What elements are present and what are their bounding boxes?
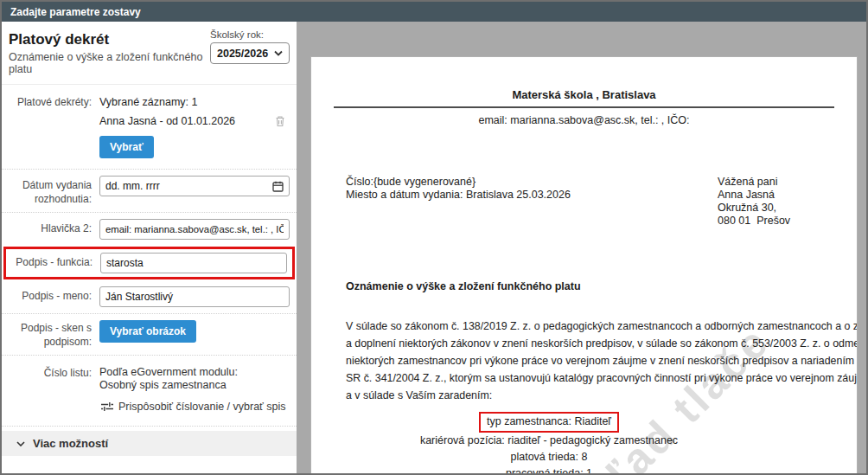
document-body-paragraph: V súlade so zákonom č. 138/2019 Z. z. o … <box>346 318 834 404</box>
select-image-button[interactable]: Vybrať obrázok <box>99 320 196 343</box>
customize-numbering-label: Prispôsobiť číslovanie / vybrať spis <box>118 401 285 413</box>
panel-header: Platový dekrét Oznámenie o výške a zlože… <box>2 22 297 85</box>
school-year-value: 2025/2026 <box>217 48 268 60</box>
work-grade-line: pracovná trieda: 1 <box>346 465 752 473</box>
field-hlavicka2: Hlavička 2: <box>2 212 297 246</box>
hlavicka2-label: Hlavička 2: <box>9 219 92 236</box>
datum-vydania-label: Dátum vydania rozhodnutia: <box>9 176 92 206</box>
dialog-body: Platový dekrét Oznámenie o výške a zlože… <box>2 22 866 473</box>
field-podpis-sken: Podpis - sken s podpisom: Vybrať obrázok <box>2 313 297 355</box>
field-podpis-meno: Podpis - meno: <box>2 280 297 313</box>
more-options-toggle[interactable]: Viac možností <box>2 431 297 456</box>
more-options-label: Viac možností <box>33 437 108 450</box>
document-content: Materská škola , Bratislava email: maria… <box>311 57 857 473</box>
chevron-down-icon <box>274 50 283 56</box>
dialog-actions: Vygenerovať a zaevidovať dokumenty Zruši… <box>2 456 297 475</box>
cislo-listu-label: Číslo listu: <box>9 363 92 381</box>
platove-dekrety-label: Platové dekréty: <box>9 93 92 110</box>
select-decrees-button[interactable]: Vybrať <box>99 136 154 158</box>
selected-record-row: Anna Jasná - od 01.01.2026 <box>99 115 290 127</box>
addressee-block: Vážená pani Anna Jasná Okružná 30, 080 0… <box>718 176 834 228</box>
date-input-value: dd. mm. rrrr <box>105 180 160 192</box>
pay-grade-line: platová trieda: 8 <box>346 449 752 465</box>
datum-vydania-control: dd. mm. rrrr <box>99 176 290 196</box>
date-input[interactable]: dd. mm. rrrr <box>99 176 290 196</box>
field-platove-dekrety: Platové dekréty: Vybrané záznamy: 1 Anna… <box>2 85 297 169</box>
document-info-row: Číslo:{bude vygenerované} Miesto a dátum… <box>334 176 834 228</box>
podpis-sken-label: Podpis - sken s podpisom: <box>9 320 92 349</box>
egov-module-text: Podľa eGovernment modulu: Osobný spis za… <box>99 363 290 392</box>
parameters-panel: Platový dekrét Oznámenie o výške a zlože… <box>2 22 297 473</box>
school-year-block: Školský rok: 2025/2026 <box>210 29 290 64</box>
cislo-listu-control: Podľa eGovernment modulu: Osobný spis za… <box>99 363 290 413</box>
employee-summary-block: typ zamestnanca: Riaditeľ kariérová pozí… <box>346 412 752 473</box>
field-cislo-listu: Číslo listu: Podľa eGovernment modulu: O… <box>2 355 297 427</box>
school-year-select[interactable]: 2025/2026 <box>210 42 290 64</box>
podpis-funkcia-label: Podpis - funkcia: <box>11 253 93 270</box>
field-datum-vydania: Dátum vydania rozhodnutia: dd. mm. rrrr <box>2 169 297 212</box>
number-and-date-block: Číslo:{bude vygenerované} Miesto a dátum… <box>346 176 571 228</box>
sliders-icon <box>101 401 113 412</box>
career-position-line: kariérová pozícia: riaditeľ - pedagogick… <box>346 433 752 449</box>
panel-heading-block: Platový dekrét Oznámenie o výške a zlože… <box>9 31 210 75</box>
podpis-funkcia-input[interactable] <box>100 253 287 273</box>
hlavicka2-input[interactable] <box>99 219 290 240</box>
podpis-meno-label: Podpis - meno: <box>9 286 92 304</box>
report-parameters-dialog: Zadajte parametre zostavy Platový dekrét… <box>0 0 868 475</box>
calendar-icon[interactable] <box>272 181 284 192</box>
trash-icon[interactable] <box>275 115 285 127</box>
organization-contact: email: marianna.sabova@asc.sk, tel.: , I… <box>334 108 834 126</box>
platove-dekrety-control: Vybrané záznamy: 1 Anna Jasná - od 01.01… <box>99 93 290 158</box>
selected-record-text: Anna Jasná - od 01.01.2026 <box>99 115 235 127</box>
podpis-meno-control <box>99 286 290 307</box>
document-preview-pane: Náhľad tlače Materská škola , Bratislava… <box>297 22 866 473</box>
panel-subtitle: Oznámenie o výške a zložení funkčného pl… <box>9 51 210 75</box>
podpis-meno-input[interactable] <box>99 286 290 307</box>
chevron-down-icon <box>16 441 25 446</box>
document-title: Oznámenie o výške a zložení funkčného pl… <box>346 280 834 292</box>
dialog-titlebar: Zadajte parametre zostavy <box>2 2 866 22</box>
parameters-form: Platové dekréty: Vybrané záznamy: 1 Anna… <box>2 85 297 427</box>
document-page: Náhľad tlače Materská škola , Bratislava… <box>310 56 858 473</box>
school-year-label: Školský rok: <box>210 29 290 40</box>
panel-title: Platový dekrét <box>9 31 210 48</box>
podpis-funkcia-control <box>100 253 287 273</box>
customize-numbering-link[interactable]: Prispôsobiť číslovanie / vybrať spis <box>101 401 290 413</box>
podpis-sken-control: Vybrať obrázok <box>99 320 290 343</box>
field-podpis-funkcia-highlighted: Podpis - funkcia: <box>3 247 295 279</box>
dialog-title: Zadajte parametre zostavy <box>10 6 141 18</box>
hlavicka2-control <box>99 219 290 240</box>
employee-type-line: typ zamestnanca: Riaditeľ <box>346 412 752 433</box>
organization-name: Materská škola , Bratislava <box>334 88 834 108</box>
employee-type-highlight: typ zamestnanca: Riaditeľ <box>479 412 619 433</box>
selected-records-count: Vybrané záznamy: 1 <box>99 93 290 108</box>
